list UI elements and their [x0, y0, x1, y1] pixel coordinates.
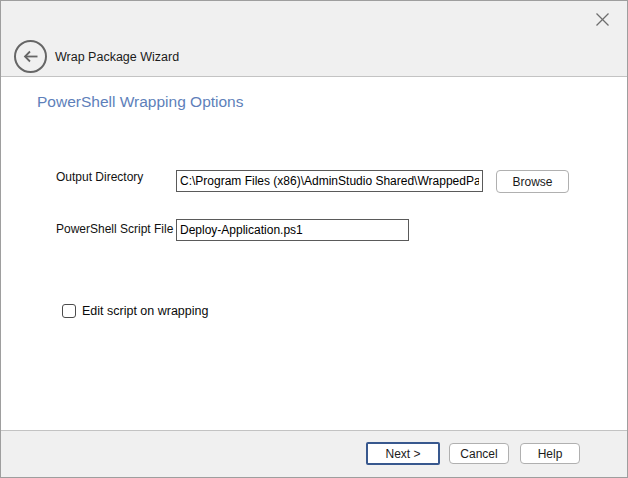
next-button[interactable]: Next > [366, 442, 440, 465]
edit-script-checkbox-label: Edit script on wrapping [82, 304, 208, 318]
edit-script-checkbox[interactable] [62, 304, 76, 318]
wizard-header: Wrap Package Wizard [1, 1, 627, 77]
browse-button[interactable]: Browse [496, 170, 569, 193]
script-file-input[interactable] [176, 219, 409, 241]
cancel-button[interactable]: Cancel [449, 443, 509, 464]
arrow-left-icon [22, 50, 39, 63]
back-button[interactable] [14, 40, 47, 73]
wizard-title: Wrap Package Wizard [55, 50, 179, 64]
page-title: PowerShell Wrapping Options [37, 93, 244, 111]
output-directory-label: Output Directory [56, 170, 143, 184]
close-button[interactable] [592, 9, 612, 29]
output-directory-input[interactable] [176, 170, 483, 192]
help-button[interactable]: Help [520, 443, 580, 464]
close-icon [595, 12, 610, 27]
wrap-package-wizard-dialog: Wrap Package Wizard PowerShell Wrapping … [0, 0, 628, 478]
script-file-label: PowerShell Script File [56, 222, 173, 236]
